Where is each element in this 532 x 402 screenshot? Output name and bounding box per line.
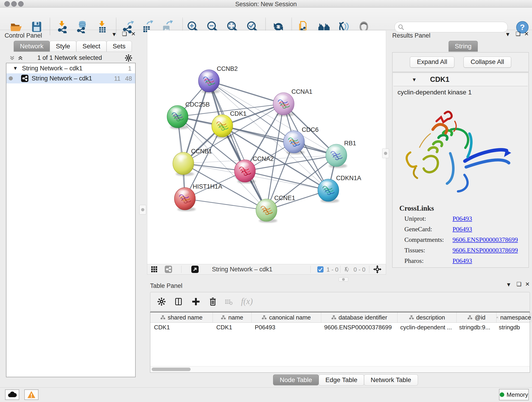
network-node-CCNE1[interactable]: CCNE1 xyxy=(256,195,295,223)
network-node-HIST1H1A[interactable]: HIST1H1A xyxy=(174,183,222,211)
tab-select[interactable]: Select xyxy=(76,41,107,51)
node-label: CDKN1A xyxy=(336,175,361,182)
node-label: CCNB1 xyxy=(191,148,212,155)
results-panel: Results Panel ▼ ❏ ✕ String Expand All Co… xyxy=(389,30,531,277)
table-header-row: shared namenamecanonical namedatabase id… xyxy=(150,313,530,323)
hidden-eye-icon xyxy=(344,266,351,273)
results-panel-float-icon[interactable]: ❏ xyxy=(515,31,520,37)
network-edge[interactable] xyxy=(245,171,328,190)
column-header-description[interactable]: description xyxy=(398,313,457,322)
table-cell: CDK1 xyxy=(213,323,251,332)
network-type-icon xyxy=(21,75,28,82)
delete-icon[interactable] xyxy=(209,297,217,306)
cloud-button[interactable] xyxy=(5,389,19,400)
node-label: RB1 xyxy=(344,140,356,147)
birdseye-view-icon[interactable] xyxy=(191,266,199,273)
separator xyxy=(310,266,311,273)
network-node-CDK1[interactable]: CDK1 xyxy=(212,110,247,138)
network-selected-status: 1 of 1 Network selected xyxy=(6,54,133,61)
column-header-canonical-name[interactable]: canonical name xyxy=(252,313,321,322)
table-panel-title: Table Panel xyxy=(150,282,182,289)
entry-collapse-icon[interactable]: ▼ xyxy=(412,77,417,83)
add-column-icon[interactable] xyxy=(174,297,183,306)
scrollbar-thumb[interactable] xyxy=(152,368,191,371)
crosslink-genecard-link[interactable]: P06493 xyxy=(452,225,472,233)
add-row-icon[interactable] xyxy=(191,297,200,306)
results-panel-collapse-icon[interactable]: ▼ xyxy=(505,32,510,37)
table-panel-collapse-icon[interactable]: ▼ xyxy=(506,282,511,287)
warning-button[interactable] xyxy=(24,389,38,400)
network-edge[interactable] xyxy=(209,81,266,210)
table-panel-float-icon[interactable]: ❏ xyxy=(516,281,521,287)
crosslink-label: Compartments: xyxy=(399,236,452,243)
network-node-CDC6[interactable]: CDC6 xyxy=(283,126,319,154)
control-panel-float-icon[interactable]: ❏ xyxy=(122,31,127,37)
tab-edge-table[interactable]: Edge Table xyxy=(319,375,364,385)
expand-all-button[interactable]: Expand All xyxy=(410,57,454,68)
left-splitter-handle[interactable] xyxy=(139,205,146,215)
memory-button[interactable]: Memory xyxy=(499,389,529,400)
control-panel-close-icon[interactable]: ✕ xyxy=(131,31,136,37)
network-tree-root-row[interactable]: ▼ String Network – cdk1 1 xyxy=(6,63,135,73)
cloud-icon xyxy=(7,391,17,398)
right-splitter-handle[interactable] xyxy=(382,148,389,158)
network-share-icon[interactable] xyxy=(165,266,172,273)
table-panel: Table Panel ▼ ❏ ✕ xyxy=(147,277,532,388)
node-label: CCNE1 xyxy=(274,195,295,201)
tab-style[interactable]: Style xyxy=(50,41,76,51)
network-node-RB1[interactable]: RB1 xyxy=(326,140,356,168)
table-panel-close-icon[interactable]: ✕ xyxy=(525,281,530,287)
control-panel-title: Control Panel xyxy=(5,32,42,39)
column-header-database-identifier[interactable]: database identifier xyxy=(321,313,398,322)
separator xyxy=(340,266,341,273)
crosslink-compartments-link[interactable]: 9606.ENSP00000378699 xyxy=(452,236,518,243)
node-count: 11 xyxy=(114,75,120,82)
network-graph[interactable]: CCNB2CCNA1CDC25BCDK1CDC6RB1CCNB1CCNA2CDK… xyxy=(147,31,386,264)
search-input[interactable] xyxy=(406,23,503,31)
network-tree-child-row[interactable]: String Network – cdk1 11 48 xyxy=(6,73,135,83)
table-gear-icon[interactable] xyxy=(157,297,166,306)
grid-view-icon[interactable] xyxy=(151,266,157,273)
table-horizontal-scrollbar[interactable] xyxy=(150,366,530,372)
crosslink-pharos-link[interactable]: P06493 xyxy=(452,257,472,264)
crosslink-label: Pharos: xyxy=(399,257,452,264)
left-splitter[interactable] xyxy=(138,30,141,274)
column-header-name[interactable]: name xyxy=(213,313,252,322)
network-node-CCNB1[interactable]: CCNB1 xyxy=(173,148,212,176)
network-edges xyxy=(177,81,336,210)
separator xyxy=(369,266,369,273)
control-panel: Control Panel ▼ ❏ ✕ Network Style Select… xyxy=(2,30,138,380)
entry-gene-name: CDK1 xyxy=(430,75,449,84)
crosslink-tissues-link[interactable]: 9606.ENSP00000378699 xyxy=(452,247,518,254)
crosslink-uniprot-link[interactable]: P06493 xyxy=(452,215,472,222)
node-label: HIST1H1A xyxy=(193,183,222,190)
tree-expander-icon[interactable]: ▼ xyxy=(13,65,18,71)
network-canvas[interactable]: CCNB2CCNA1CDC25BCDK1CDC6RB1CCNB1CCNA2CDK… xyxy=(147,30,386,264)
network-node-CDKN1A[interactable]: CDKN1A xyxy=(318,175,361,203)
tab-node-table[interactable]: Node Table xyxy=(273,375,319,385)
pan-crosshair-icon[interactable] xyxy=(373,265,381,274)
results-panel-close-icon[interactable]: ✕ xyxy=(524,31,529,37)
column-header-shared-name[interactable]: shared name xyxy=(150,313,213,322)
tab-network-table[interactable]: Network Table xyxy=(364,375,418,385)
node-table: shared namenamecanonical namedatabase id… xyxy=(150,312,530,373)
network-collection-label: String Network – cdk1 xyxy=(22,65,82,72)
collapse-all-button[interactable]: Collapse All xyxy=(463,57,511,68)
table-row[interactable]: CDK1CDK1P064939606.ENSP00000378699cyclin… xyxy=(150,323,530,332)
tab-network[interactable]: Network xyxy=(14,41,50,51)
tab-sets[interactable]: Sets xyxy=(107,41,132,51)
table-cell: 9606.ENSP00000378699 xyxy=(321,323,397,332)
selected-checkbox-icon[interactable] xyxy=(317,266,323,273)
network-options-gear-icon[interactable] xyxy=(125,54,133,62)
entry-header[interactable]: ▼ CDK1 xyxy=(393,74,528,86)
delete-table-icon-disabled xyxy=(225,299,233,306)
table-cell: cyclin-dependent ... xyxy=(397,323,456,332)
tab-string[interactable]: String xyxy=(449,41,478,51)
control-panel-collapse-icon[interactable]: ▼ xyxy=(111,32,117,37)
column-header-namespace[interactable]: namespace xyxy=(496,313,531,322)
network-edge[interactable] xyxy=(209,81,284,104)
network-edge[interactable] xyxy=(185,199,266,210)
column-header--id[interactable]: @id xyxy=(457,313,496,322)
selected-count-label: 1 - 0 xyxy=(326,266,338,273)
results-button-bar: Expand All Collapse All xyxy=(392,52,529,72)
